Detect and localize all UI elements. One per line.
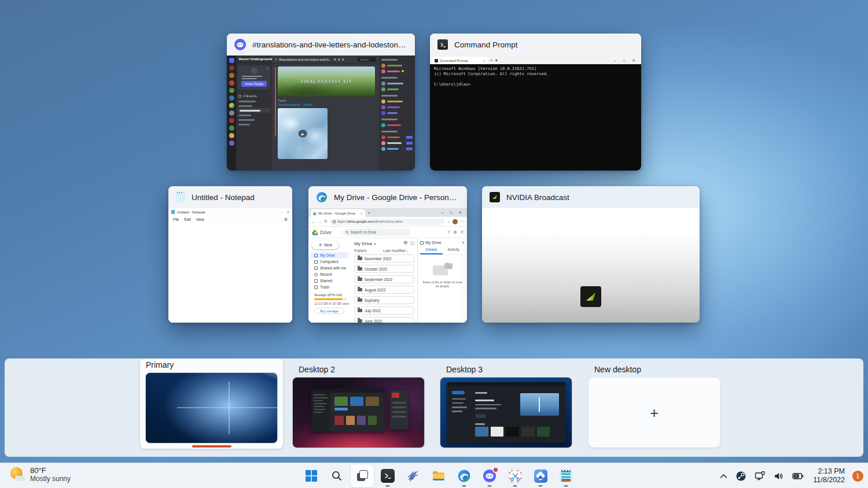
play-overlay: ▶ (299, 130, 307, 138)
tray-clock[interactable]: 2:13 PM 11/8/2022 (811, 467, 847, 485)
back-icon: ← (311, 220, 315, 224)
desktop-thumbnail-3[interactable] (440, 378, 572, 448)
empty-state-illustration (433, 263, 453, 277)
terminal-icon (381, 469, 395, 483)
window-discord[interactable]: #translations-and-live-letters-and-lodes… (227, 34, 415, 171)
edge-thumbnail: My Drive - Google Drive ✕ + – □ ✕ ← → ↻ … (308, 208, 467, 323)
folder-row: July 2022 (354, 306, 414, 315)
edge-tab-strip: My Drive - Google Drive ✕ + – □ ✕ (308, 208, 467, 217)
server-avatar (229, 95, 234, 101)
tray-display-button[interactable] (753, 469, 767, 483)
notepad-icon (176, 192, 185, 202)
drive-new-button: New (312, 241, 339, 249)
taskbar-dragon-app-button[interactable] (402, 464, 425, 487)
desktop-card-2[interactable]: Desktop 2 (293, 363, 424, 448)
server-avatar (229, 110, 234, 116)
notification-count-badge[interactable]: 1 (852, 471, 863, 482)
search-button[interactable] (325, 464, 348, 487)
sidebar-item-computers: Computers (311, 258, 349, 265)
folder-row: November 2022 (354, 254, 414, 263)
weather-widget[interactable]: 80°F Mostly sunny (6, 465, 74, 484)
apps-grid-icon: ⠿ (461, 230, 464, 235)
cmd-thumbnail: Command Prompt ✕ + ▾ – □ ✕ Microsoft Win… (430, 56, 641, 171)
start-button[interactable] (300, 464, 323, 487)
discord-channel-sidebar: Vector Underground ▾ ✕ Invite People 2 E… (236, 56, 272, 171)
taskbar-edge-button[interactable] (453, 464, 476, 487)
new-tab-icon: + (490, 58, 493, 63)
nvidia-broadcast-logo (580, 286, 601, 307)
desktop-card-primary[interactable]: Primary (140, 358, 283, 449)
weather-temperature: 80°F (30, 466, 71, 475)
nvidia-thumbnail (482, 230, 700, 323)
close-icon: ✕ (286, 210, 289, 214)
embed-artwork-image: ▶ (278, 108, 328, 159)
taskbar-notepad-button[interactable] (554, 464, 578, 487)
desktop-thumbnail-primary[interactable] (146, 373, 277, 443)
window-notepad-title: Untitled - Notepad (192, 193, 255, 202)
discord-member-list (379, 56, 415, 171)
tab-close-icon: ✕ (361, 212, 363, 215)
tab-activity: Activity (443, 247, 465, 254)
server-avatar (229, 118, 234, 123)
search-icon (331, 470, 343, 482)
task-view-button[interactable] (351, 464, 374, 487)
discord-channel-name: #translations-and-live-letters-and-lodes… (279, 58, 332, 61)
search-icon (345, 231, 349, 234)
server-avatar (229, 133, 234, 138)
edge-icon (316, 191, 328, 203)
window-command-prompt[interactable]: Command Prompt Command Prompt ✕ + ▾ – □ … (430, 34, 641, 171)
window-notepad[interactable]: Untitled - Notepad Untitled - Notepad – … (168, 186, 292, 323)
new-desktop-card[interactable]: New desktop + (589, 363, 720, 448)
window-edge-google-drive[interactable]: My Drive - Google Drive - Personal - Mic… (308, 186, 467, 323)
task-view-icon (355, 468, 370, 483)
console-prompt: C:\Users\jdlau> (434, 82, 637, 87)
edge-tab: My Drive - Google Drive ✕ (311, 209, 365, 217)
discord-icon (234, 39, 246, 50)
new-messages-divider (275, 67, 276, 136)
window-edge-title: My Drive - Google Drive - Personal - Mic… (334, 193, 459, 202)
discord-search-box: Search (358, 57, 376, 62)
drive-details-panel: My Drive ✕ Details Activity Select a fil… (417, 238, 467, 323)
window-nvidia-broadcast[interactable]: NVIDIA Broadcast (482, 186, 700, 323)
desktop-card-3[interactable]: Desktop 3 (440, 363, 572, 448)
monitor-plug-icon (755, 471, 765, 480)
windows-logo-icon (305, 469, 318, 482)
taskbar-photos-button[interactable] (529, 464, 552, 487)
view-toggle-icon: ▤ (403, 241, 407, 246)
window-nvidia-titlebar: NVIDIA Broadcast (482, 186, 700, 208)
storage-label: Storage (87% full) (314, 293, 351, 297)
close-icon: ✕ (462, 241, 465, 245)
discord-invite-card: ✕ Invite People (238, 65, 270, 90)
nvidia-icon (490, 192, 500, 202)
active-desktop-indicator (192, 445, 231, 448)
drive-breadcrumb: My Drive (354, 241, 373, 246)
address-bar: https://drive.google.com/drive/u/1/my-dr… (330, 219, 445, 225)
chevron-up-icon (720, 474, 727, 479)
folder-icon (358, 319, 362, 323)
taskbar-file-explorer-button[interactable] (427, 464, 450, 487)
cmd-tab-icon (435, 59, 438, 62)
tray-chevron-up-button[interactable] (718, 471, 729, 481)
sort-label: Last modified (383, 249, 406, 253)
taskbar: 80°F Mostly sunny (0, 463, 868, 488)
notepad-menubar: File Edit View ⚙ (168, 216, 292, 223)
desktop-thumbnail-2[interactable] (293, 378, 424, 448)
folder-icon (358, 267, 362, 271)
tray-volume-button[interactable] (772, 469, 785, 483)
drive-favicon (313, 212, 317, 215)
server-avatar (229, 73, 234, 78)
tray-steam-button[interactable] (734, 469, 748, 483)
server-avatar (229, 141, 234, 146)
buy-storage-button: Buy storage (314, 308, 344, 314)
virtual-desktops-panel: Primary Desktop 2 (5, 358, 863, 457)
taskbar-discord-button[interactable] (478, 464, 501, 487)
folder-icon (358, 257, 362, 260)
new-desktop-button[interactable]: + (589, 378, 720, 448)
photos-icon (534, 469, 547, 483)
tray-battery-button[interactable] (790, 470, 806, 482)
panel-title: My Drive (425, 241, 442, 245)
close-icon: ✕ (459, 210, 462, 215)
taskbar-terminal-button[interactable] (376, 464, 399, 487)
taskbar-sharex-button[interactable] (503, 464, 527, 487)
calendar-icon (238, 95, 241, 98)
